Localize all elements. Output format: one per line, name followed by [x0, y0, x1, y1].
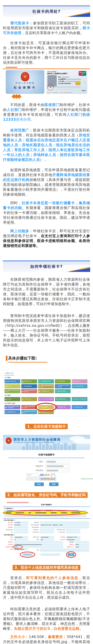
- field-label: 姓名：: [4, 536, 14, 538]
- tile-label: 2017年企业网上薪酬调查: [41, 398, 53, 400]
- captcha-unclear-link[interactable]: 看不清: [51, 473, 56, 475]
- portal-tile[interactable]: ◉异地就医定点医疗机构查询: [21, 410, 37, 414]
- form-row: 姓名：身份证号码：证件类型：居民身份证(户口簿): [4, 536, 89, 538]
- field-value[interactable]: [75, 541, 89, 543]
- portal-tile[interactable]: ◉职介中心: [5, 384, 20, 388]
- captcha-char: C: [45, 473, 47, 476]
- field-value[interactable]: 未央区: [75, 546, 89, 548]
- gov-site-header-screenshot: ★ 西安市人力资源和社会保障局 XI'AN MUNICIPAL HUMAN RE…: [3, 435, 90, 450]
- field-value[interactable]: [14, 536, 28, 538]
- field-value[interactable]: [66, 529, 80, 531]
- tile-row: ◉职介中心⌕居民医保缴费查询✚新增定点医药机构申报结果查询⚙西安市军队转业干部安…: [5, 384, 88, 388]
- portal-tile[interactable]: ◉西安市就业创业培训管理信息系统: [21, 389, 37, 393]
- portal-tile[interactable]: ◉机关养老: [5, 397, 20, 401]
- form-row-id: *身份证号：: [0, 464, 93, 468]
- field-value[interactable]: [40, 548, 89, 552]
- portal-tile[interactable]: ▥人事考试中心: [72, 379, 87, 384]
- field-value[interactable]: [14, 529, 28, 531]
- portal-tile[interactable]: ▣医保卡网上挂失: [21, 379, 37, 384]
- field-value[interactable]: 女: [14, 539, 28, 540]
- field-value[interactable]: [40, 531, 54, 533]
- portal-tile[interactable]: ✚新增定点医药机构申报结果查询: [38, 384, 54, 388]
- field-label: 领卡联系人电话：: [56, 529, 66, 531]
- tab-online-hall[interactable]: ⊟网上大厅: [5, 372, 14, 375]
- field-value[interactable]: 个人未领卡: [14, 522, 28, 524]
- form-row: 险种：医疗保险-城镇居民备注：: [4, 548, 89, 552]
- captcha-change-link[interactable]: 换 一 张: [51, 475, 56, 476]
- field-value[interactable]: [66, 531, 80, 533]
- portal-tile[interactable]: ¥促进就业十条措施: [55, 389, 71, 393]
- phone-input[interactable]: [46, 469, 69, 472]
- portal-tile[interactable]: ▤2017年企业网上薪酬调查: [38, 397, 54, 401]
- field-value[interactable]: 制卡未启动: [14, 524, 28, 526]
- captcha-image[interactable]: JBLCH: [40, 473, 50, 476]
- portal-tile[interactable]: ✚定点医药机构申请: [55, 397, 71, 401]
- field-value[interactable]: 居民身份证(户口簿): [66, 536, 80, 538]
- portal-tile[interactable]: ⚙西安市军队转业干部安置管理系统: [55, 384, 71, 388]
- paragraph-file-size: 文件大小：14K-50K，像素要求：358*441，照片的文件名必须是姓名身份证…: [3, 634, 90, 644]
- step-banner-1: 1、点击社保卡加急制卡: [3, 424, 90, 429]
- field-value[interactable]: 西安市: [14, 546, 63, 548]
- field-value[interactable]: [14, 541, 63, 543]
- tile-icon: ¥: [72, 398, 73, 400]
- refresh-button[interactable]: 刷新: [49, 482, 58, 486]
- field-label: 参保所在地市：: [4, 546, 14, 548]
- portal-tile[interactable]: ✎异地就医网上修改: [72, 405, 87, 409]
- portal-tile[interactable]: ¥失业保险技能补贴申请: [38, 379, 54, 384]
- portal-tile[interactable]: ◈大学生创业贷款系统: [72, 384, 87, 388]
- portal-tile[interactable]: ✎社保卡加急制卡: [38, 405, 54, 409]
- text-run: 咨询办理。: [16, 117, 34, 122]
- step-banner-2: 2、如实填写姓名、身份证号码、手机号和验证码: [3, 492, 90, 498]
- portal-tile[interactable]: ✚异地就医网上查询: [38, 410, 54, 414]
- card-pickup-fields: 姓名：身份证号码：证件类型：居民身份证(户口簿)性别：女民族：汉族出生日期：家庭…: [3, 536, 90, 552]
- upload-button[interactable]: 上传: [68, 553, 74, 556]
- portal-tile[interactable]: ✎就失业登记查询: [55, 379, 71, 384]
- field-value[interactable]: [40, 529, 54, 531]
- tile-icon: ▥: [72, 380, 74, 382]
- field-value[interactable]: [14, 544, 63, 546]
- section-banner-apply: 如何申领社保卡?: [3, 260, 90, 272]
- field-value[interactable]: [40, 522, 89, 524]
- name-input[interactable]: [46, 460, 69, 464]
- express-card-form: *姓名： *身份证号： *手机号码： KDJFP JBLCH 看不清 换 一 张…: [0, 460, 93, 486]
- field-value[interactable]: [40, 526, 89, 528]
- portal-tile[interactable]: ▥"四险"网上经办: [21, 397, 37, 401]
- form-field: 个人领卡时间：: [30, 531, 54, 533]
- portal-tile[interactable]: ¥高校毕业生一次性创业补贴: [72, 397, 87, 401]
- sms-countdown-button[interactable]: 请在89秒内输入验证码: [39, 477, 56, 480]
- portal-tile[interactable]: ⚙异地就医网上注销: [5, 410, 20, 414]
- verify-button[interactable]: 验证: [35, 482, 44, 486]
- field-value[interactable]: [40, 536, 54, 538]
- portal-tile[interactable]: ◈异地就医网上备案: [55, 405, 71, 409]
- tile-label: 高校毕业生一次性创业补贴: [74, 398, 86, 400]
- card-footer-label: 服务电话（人力资源社会保障）：12333 中国工商银行：95588: [47, 92, 86, 93]
- portal-tile[interactable]: ▤西安市D、E类人才认定系统: [5, 389, 20, 393]
- field-value[interactable]: 您的社保卡制卡失败，失败原因为：无照片。: [40, 524, 89, 526]
- form-field: 服务银行：: [30, 522, 89, 524]
- field-value[interactable]: [14, 526, 28, 528]
- field-label: 制卡详细地址：: [30, 526, 40, 528]
- file-path-input[interactable]: [41, 554, 60, 556]
- orange-rule-long: [3, 68, 90, 69]
- choose-file-button[interactable]: 点击选择文件: [22, 553, 33, 556]
- portal-tile[interactable]: ▤医保个人账户查询: [5, 379, 20, 384]
- portal-tile[interactable]: ▤西安市社会保障卡预约信息查询: [21, 405, 37, 409]
- field-value[interactable]: 医疗保险-城镇居民: [14, 548, 28, 550]
- field-value[interactable]: [14, 531, 28, 533]
- section-title: 如何申领社保卡?: [30, 264, 63, 269]
- id-input[interactable]: [46, 464, 69, 468]
- portal-tile[interactable]: ▣西安市社会保障卡网上制卡查询和预约: [5, 405, 20, 409]
- group-label-unit: 单位服务: [5, 394, 88, 396]
- redacted-value: [47, 461, 56, 462]
- portal-tile[interactable]: ▣失业保险网上申领: [38, 389, 54, 393]
- captcha-input[interactable]: KDJFP: [27, 473, 38, 476]
- field-value[interactable]: [66, 539, 80, 540]
- sms-code-input[interactable]: [27, 478, 38, 480]
- monitor-icon: ⊟: [5, 372, 7, 374]
- highlighted-insured-row[interactable]: [4, 512, 86, 514]
- field-value[interactable]: 汉族: [40, 539, 54, 540]
- portal-tile[interactable]: ⌕居民医保缴费查询: [21, 384, 37, 388]
- field-value[interactable]: 未央区: [75, 544, 89, 546]
- issuer-label: 陕西省人力资源和社会保障厅: [47, 72, 67, 75]
- form-row: 制卡银行：制卡详细地址：: [4, 526, 89, 528]
